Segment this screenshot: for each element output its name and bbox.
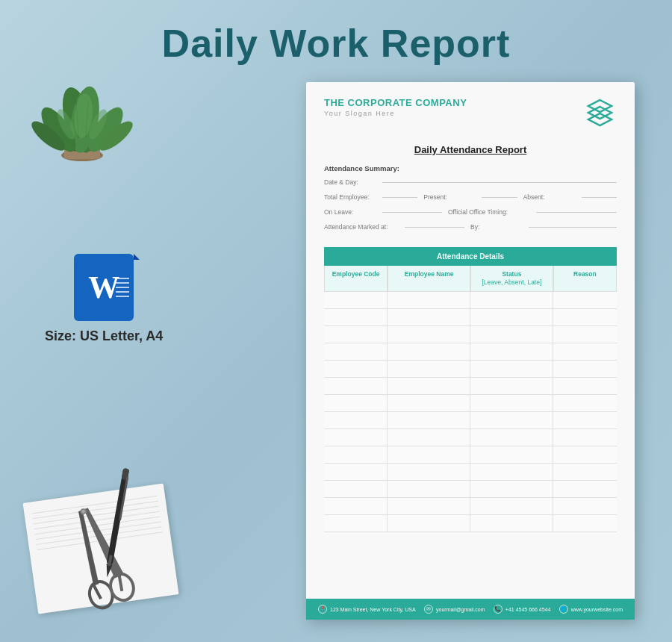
attendance-marked-label: Attendance Marked at: [324, 223, 399, 231]
table-cell [553, 292, 617, 308]
table-cell [324, 446, 388, 463]
table-row [324, 326, 617, 343]
table-cell [324, 481, 388, 497]
report-title: Daily Attendance Report [306, 138, 635, 164]
date-day-line [382, 182, 617, 183]
table-cell [324, 429, 388, 446]
company-name: THE CORPORATE COMPANY [324, 97, 467, 108]
by-label: By: [470, 223, 523, 231]
table-row [324, 446, 617, 464]
table-rows [324, 292, 617, 532]
table-cell [470, 292, 553, 308]
table-cell [324, 395, 388, 411]
table-cell [324, 498, 388, 514]
table-row [324, 395, 617, 412]
web-icon: 🌐 [559, 605, 568, 614]
table-cell [388, 326, 470, 343]
table-row [324, 309, 617, 326]
table-cell [388, 429, 470, 446]
company-info: THE CORPORATE COMPANY Your Slogan Here [324, 97, 467, 117]
footer-address: 📍 123 Main Street, New York City, USA [318, 605, 416, 614]
table-cell [388, 412, 470, 428]
present-line [482, 197, 517, 198]
table-row [324, 498, 617, 515]
table-cell [324, 361, 388, 377]
table-row [324, 361, 617, 378]
table-cell [324, 309, 388, 325]
company-logo [583, 97, 617, 131]
table-cell [324, 326, 388, 343]
table-cell [553, 481, 617, 497]
table-header: Attendance Details [324, 247, 617, 266]
by-line [529, 227, 617, 228]
attendance-summary-section: Attendance Summary: Date & Day: Total Em… [306, 164, 635, 238]
on-leave-label: On Leave: [324, 208, 376, 216]
word-icon-area: W Size: US Letter, A4 [45, 254, 163, 344]
table-cell [470, 309, 553, 325]
footer-email: ✉ yourmail@gmail.com [424, 605, 485, 614]
table-cell [470, 361, 553, 377]
table-cell [324, 464, 388, 480]
word-icon: W [74, 254, 134, 321]
absent-line [582, 197, 617, 198]
marked-by-row: Attendance Marked at: By: [324, 223, 617, 231]
table-cell [324, 515, 388, 532]
table-row [324, 412, 617, 429]
plant-decoration [22, 45, 142, 164]
document: THE CORPORATE COMPANY Your Slogan Here D… [306, 82, 635, 620]
table-cell [553, 412, 617, 428]
table-cell [388, 361, 470, 377]
table-cell [388, 395, 470, 411]
table-cell [553, 361, 617, 377]
svg-marker-20 [105, 564, 113, 578]
location-icon: 📍 [318, 605, 327, 614]
employee-stats-row: Total Employee: Present: Absent: [324, 193, 617, 201]
size-label: Size: US Letter, A4 [45, 328, 163, 344]
table-cell [470, 481, 553, 497]
table-cell [470, 326, 553, 343]
table-row [324, 429, 617, 446]
table-cell [553, 326, 617, 343]
col-employee-name: Employee Name [388, 266, 470, 292]
table-row [324, 378, 617, 395]
table-cell [470, 498, 553, 514]
table-cell [388, 309, 470, 325]
table-cell [470, 429, 553, 446]
table-cell [470, 343, 553, 360]
word-letter: W [88, 269, 119, 305]
scissors-container [11, 448, 175, 612]
doc-footer: 📍 123 Main Street, New York City, USA ✉ … [306, 599, 635, 620]
table-cell [324, 412, 388, 428]
total-employee-label: Total Employee: [324, 193, 376, 201]
present-label: Present: [423, 193, 476, 201]
table-cell [553, 343, 617, 360]
total-line [382, 197, 417, 198]
footer-website: 🌐 www.yourwebsite.com [559, 605, 623, 614]
table-cell [470, 378, 553, 394]
table-cell [388, 464, 470, 480]
col-employee-code: Employee Code [324, 266, 388, 292]
attendance-details-table: Attendance Details Employee Code Employe… [324, 247, 617, 599]
table-cell [553, 309, 617, 325]
table-cell [388, 292, 470, 308]
table-cell [470, 412, 553, 428]
timing-line [536, 212, 617, 213]
table-row [324, 292, 617, 309]
leave-timing-row: On Leave: Official Office Timing: [324, 208, 617, 216]
table-cell [388, 481, 470, 497]
marked-line [405, 227, 464, 228]
table-row [324, 481, 617, 498]
table-row [324, 343, 617, 361]
attendance-summary-label: Attendance Summary: [324, 164, 617, 172]
table-row [324, 515, 617, 532]
absent-label: Absent: [523, 193, 576, 201]
table-column-headers: Employee Code Employee Name Status[Leave… [324, 266, 617, 292]
table-cell [388, 343, 470, 360]
table-cell [553, 429, 617, 446]
doc-header: THE CORPORATE COMPANY Your Slogan Here [306, 82, 635, 138]
company-slogan: Your Slogan Here [324, 110, 467, 117]
table-cell [553, 378, 617, 394]
table-cell [553, 446, 617, 463]
table-cell [470, 464, 553, 480]
table-cell [470, 395, 553, 411]
